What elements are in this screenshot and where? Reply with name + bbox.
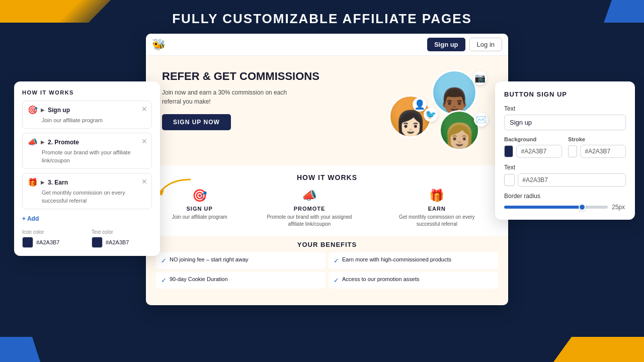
border-radius-slider-row: 25px — [504, 204, 626, 211]
hiw-item-1-icon: 🎯 — [28, 105, 38, 115]
stroke-color-input[interactable] — [580, 145, 626, 158]
corner-decoration-br — [553, 337, 644, 362]
text-color-label: Text color — [92, 229, 152, 235]
icon-color-label: Icon color — [22, 229, 83, 235]
hiw-panel-title: HOW IT WORKS — [22, 89, 152, 96]
hiw-panel-item-earn: 🎁 ▶ 3. Earn ✕ Get monthly commission on … — [22, 173, 152, 209]
hero-section: REFER & GET COMMISSIONS Join now and ear… — [146, 56, 508, 165]
hiw-step-2-desc: Promote our brand with your assigned aff… — [264, 214, 355, 228]
hero-heading: REFER & GET COMMISSIONS — [162, 70, 319, 83]
button-panel-title: BUTTON SIGN UP — [504, 90, 626, 98]
hiw-item-2-expand[interactable]: ▶ — [41, 139, 45, 145]
page-title: FULLY CUSTOMIZABLE AFFILIATE PAGES — [0, 0, 644, 34]
browser-nav-buttons: Sign up Log in — [427, 38, 502, 51]
benefit-check-3: ✓ — [161, 276, 167, 285]
button-sign-up-panel: BUTTON SIGN UP Text Background Stroke Te… — [495, 81, 635, 220]
benefit-item-4: ✓ Access to our promotion assets — [329, 272, 498, 289]
stroke-color-swatch[interactable] — [568, 145, 577, 157]
color-controls-row: Background Stroke — [504, 136, 626, 158]
icon-color-value: #A2A3B7 — [36, 239, 59, 245]
hiw-item-1-title: Sign up — [48, 107, 146, 114]
background-color-input[interactable] — [516, 145, 562, 158]
corner-decoration-bl — [0, 337, 40, 362]
person-figure-3: 👩🏼 — [444, 124, 475, 149]
benefit-text-4: Access to our promotion assets — [342, 276, 419, 283]
benefit-text-1: NO joining fee – start right away — [170, 256, 249, 263]
hiw-item-1-close[interactable]: ✕ — [141, 105, 147, 113]
hiw-steps: 🎯 SIGN UP Join our affiliate program 📣 P… — [156, 189, 498, 228]
hiw-panel-item-promote: 📣 ▶ 2. Promote ✕ Promote our brand with … — [22, 133, 152, 169]
text-color-swatch[interactable] — [504, 174, 515, 186]
benefit-text-3: 90-day Cookie Duration — [170, 276, 228, 283]
browser-signup-button[interactable]: Sign up — [427, 38, 465, 51]
benefits-grid: ✓ NO joining fee – start right away ✓ Ea… — [156, 252, 498, 289]
hiw-step-earn: 🎁 EARN Get monthly commission on every s… — [391, 189, 482, 228]
hiw-step-2-title: PROMOTE — [294, 206, 326, 212]
avatar-1: 👨🏾 — [432, 70, 477, 115]
background-label: Background — [504, 136, 562, 142]
icon-color-group: Icon color #A2A3B7 — [22, 229, 83, 248]
hiw-step-1-desc: Join our affiliate program — [172, 214, 227, 221]
hiw-step-1-title: SIGN UP — [187, 206, 213, 212]
text-color-label: Text — [504, 164, 626, 171]
hiw-item-3-title: 3. Earn — [48, 179, 146, 186]
benefit-check-2: ✓ — [334, 256, 339, 265]
browser-login-button[interactable]: Log in — [469, 38, 502, 51]
text-color-input[interactable] — [518, 173, 626, 187]
main-content: HOW IT WORKS 🎯 ▶ Sign up ✕ Join our affi… — [0, 34, 644, 305]
person-figure-2: 👩🏻 — [395, 111, 426, 136]
signup-text-input[interactable] — [504, 115, 626, 130]
hero-avatars: 👨🏾 👩🏻 👩🏼 📷 🐦 ✉️ 👤 — [381, 70, 492, 155]
hiw-item-1-desc: Join our affiliate program — [28, 117, 146, 124]
border-radius-thumb[interactable] — [579, 204, 586, 211]
border-radius-label: Border radius — [504, 193, 626, 200]
facebook-icon: 👤 — [413, 98, 427, 112]
text-field-label: Text — [504, 105, 626, 112]
hiw-step-3-desc: Get monthly commission on every successf… — [391, 214, 482, 228]
hiw-step-3-title: EARN — [428, 206, 446, 212]
icon-color-swatch[interactable] — [22, 237, 33, 248]
benefit-check-1: ✓ — [161, 256, 167, 265]
benefits-title: YOUR BENEFITS — [156, 241, 498, 248]
border-radius-track — [504, 206, 608, 209]
hiw-item-2-icon: 📣 — [28, 137, 38, 147]
left-arrow — [155, 174, 195, 204]
hiw-item-3-close[interactable]: ✕ — [141, 177, 147, 186]
hiw-section-title: HOW IT WORKS — [156, 173, 498, 182]
border-radius-value: 25px — [612, 204, 626, 211]
hiw-step-3-icon: 🎁 — [429, 189, 444, 203]
benefit-item-1: ✓ NO joining fee – start right away — [156, 252, 326, 269]
text-color-value: #A2A3B7 — [106, 239, 129, 245]
hero-subtext: Join now and earn a 30% commission on ea… — [162, 88, 303, 106]
benefits-section: YOUR BENEFITS ✓ NO joining fee – start r… — [146, 236, 508, 295]
hiw-item-3-expand[interactable]: ▶ — [41, 179, 45, 185]
person-figure-1: 👨🏾 — [439, 88, 470, 114]
color-controls: Icon color #A2A3B7 Text color #A2A3B7 — [22, 229, 152, 248]
how-it-works-panel: HOW IT WORKS 🎯 ▶ Sign up ✕ Join our affi… — [14, 81, 160, 256]
browser-bar: 🐝 Sign up Log in — [146, 34, 508, 56]
background-color-col: Background — [504, 136, 562, 158]
hiw-item-1-expand[interactable]: ▶ — [41, 107, 45, 113]
hiw-item-2-close[interactable]: ✕ — [141, 137, 147, 145]
avatar-3: 👩🏼 — [439, 110, 479, 150]
add-item-button[interactable]: + Add — [22, 213, 39, 224]
benefit-item-2: ✓ Earn more with high-commissioned produ… — [329, 252, 498, 269]
hero-cta-button[interactable]: SIGN UP NOW — [162, 114, 231, 130]
browser-logo: 🐝 — [152, 38, 166, 51]
stroke-color-col: Stroke — [568, 136, 626, 158]
text-color-swatch[interactable] — [92, 237, 103, 248]
benefit-check-4: ✓ — [334, 276, 339, 285]
hiw-panel-item-signup: 🎯 ▶ Sign up ✕ Join our affiliate program — [22, 101, 152, 129]
background-color-swatch[interactable] — [504, 145, 513, 157]
hiw-item-2-title: 2. Promote — [48, 139, 146, 146]
benefit-text-2: Earn more with high-commissioned product… — [342, 256, 451, 263]
how-it-works-section: HOW IT WORKS 🎯 SIGN UP Join our affiliat… — [146, 165, 508, 236]
stroke-label: Stroke — [568, 136, 626, 142]
browser-preview: 🐝 Sign up Log in REFER & GET COMMISSIONS… — [146, 34, 508, 305]
mail-icon: ✉️ — [474, 113, 488, 127]
benefit-item-3: ✓ 90-day Cookie Duration — [156, 272, 326, 289]
instagram-icon: 📷 — [473, 71, 487, 85]
twitter-icon: 🐦 — [424, 108, 438, 122]
hiw-item-2-desc: Promote our brand with your affiliate li… — [28, 149, 146, 164]
text-color-group: Text color #A2A3B7 — [92, 229, 152, 248]
